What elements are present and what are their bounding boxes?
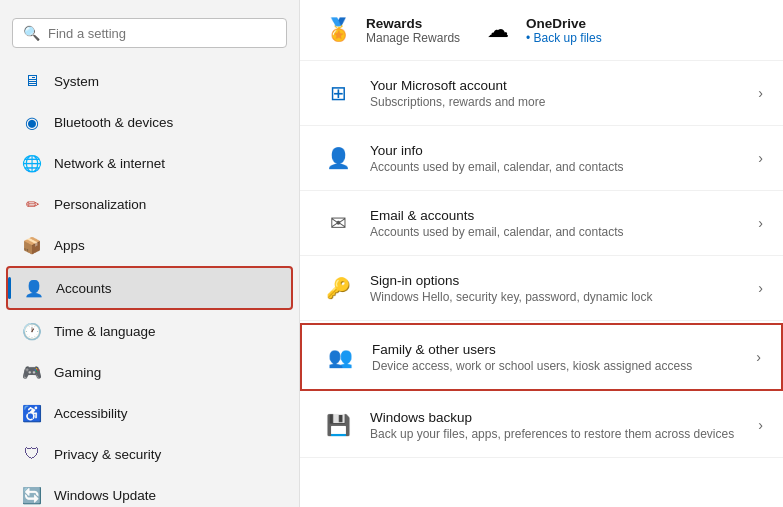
settings-item-windows-backup[interactable]: 💾Windows backupBack up your files, apps,…: [300, 393, 783, 458]
sidebar-item-accounts[interactable]: 👤Accounts: [6, 266, 293, 310]
chevron-right-icon: ›: [758, 150, 763, 166]
nav-list: 🖥System◉Bluetooth & devices🌐Network & in…: [0, 60, 299, 507]
update-nav-icon: 🔄: [22, 485, 42, 505]
your-info-subtitle: Accounts used by email, calendar, and co…: [370, 160, 758, 174]
windows-backup-icon: 💾: [320, 407, 356, 443]
active-indicator: [8, 277, 11, 299]
time-nav-icon: 🕐: [22, 321, 42, 341]
signin-options-title: Sign-in options: [370, 273, 758, 288]
settings-list: ⊞Your Microsoft accountSubscriptions, re…: [300, 61, 783, 458]
signin-options-icon: 🔑: [320, 270, 356, 306]
your-info-title: Your info: [370, 143, 758, 158]
top-cards-area: 🏅 Rewards Manage Rewards ☁ OneDrive • Ba…: [300, 0, 783, 61]
sidebar-item-label: Network & internet: [54, 156, 165, 171]
main-content: 🏅 Rewards Manage Rewards ☁ OneDrive • Ba…: [300, 0, 783, 507]
email-accounts-subtitle: Accounts used by email, calendar, and co…: [370, 225, 758, 239]
settings-item-signin-options[interactable]: 🔑Sign-in optionsWindows Hello, security …: [300, 256, 783, 321]
settings-item-microsoft-account[interactable]: ⊞Your Microsoft accountSubscriptions, re…: [300, 61, 783, 126]
search-box[interactable]: 🔍: [12, 18, 287, 48]
privacy-nav-icon: 🛡: [22, 444, 42, 464]
accounts-nav-icon: 👤: [24, 278, 44, 298]
accessibility-nav-icon: ♿: [22, 403, 42, 423]
sidebar-item-label: Privacy & security: [54, 447, 161, 462]
onedrive-icon: ☁: [480, 12, 516, 48]
sidebar-item-label: Gaming: [54, 365, 101, 380]
windows-backup-subtitle: Back up your files, apps, preferences to…: [370, 427, 758, 441]
sidebar-item-time[interactable]: 🕐Time & language: [6, 311, 293, 351]
your-info-icon: 👤: [320, 140, 356, 176]
onedrive-card[interactable]: ☁ OneDrive • Back up files: [480, 12, 602, 48]
chevron-right-icon: ›: [756, 349, 761, 365]
sidebar-item-update[interactable]: 🔄Windows Update: [6, 475, 293, 507]
family-users-icon: 👥: [322, 339, 358, 375]
family-users-title: Family & other users: [372, 342, 756, 357]
sidebar-item-label: Windows Update: [54, 488, 156, 503]
sidebar-item-label: Accessibility: [54, 406, 128, 421]
chevron-right-icon: ›: [758, 215, 763, 231]
sidebar-item-label: Accounts: [56, 281, 112, 296]
chevron-right-icon: ›: [758, 85, 763, 101]
signin-options-subtitle: Windows Hello, security key, password, d…: [370, 290, 758, 304]
personalization-nav-icon: ✏: [22, 194, 42, 214]
search-input[interactable]: [48, 26, 276, 41]
settings-item-your-info[interactable]: 👤Your infoAccounts used by email, calend…: [300, 126, 783, 191]
sidebar-item-label: Time & language: [54, 324, 156, 339]
email-accounts-title: Email & accounts: [370, 208, 758, 223]
apps-nav-icon: 📦: [22, 235, 42, 255]
sidebar-item-apps[interactable]: 📦Apps: [6, 225, 293, 265]
system-nav-icon: 🖥: [22, 71, 42, 91]
sidebar-item-label: System: [54, 74, 99, 89]
settings-item-family-users[interactable]: 👥Family & other usersDevice access, work…: [300, 323, 783, 391]
rewards-subtitle: Manage Rewards: [366, 31, 460, 45]
onedrive-title: OneDrive: [526, 16, 602, 31]
onedrive-subtitle: • Back up files: [526, 31, 602, 45]
sidebar-item-personalization[interactable]: ✏Personalization: [6, 184, 293, 224]
gaming-nav-icon: 🎮: [22, 362, 42, 382]
sidebar-item-network[interactable]: 🌐Network & internet: [6, 143, 293, 183]
settings-item-email-accounts[interactable]: ✉Email & accountsAccounts used by email,…: [300, 191, 783, 256]
windows-backup-title: Windows backup: [370, 410, 758, 425]
rewards-title: Rewards: [366, 16, 460, 31]
sidebar: 🔍 🖥System◉Bluetooth & devices🌐Network & …: [0, 0, 300, 507]
rewards-icon: 🏅: [320, 12, 356, 48]
sidebar-item-label: Bluetooth & devices: [54, 115, 173, 130]
microsoft-account-subtitle: Subscriptions, rewards and more: [370, 95, 758, 109]
email-accounts-icon: ✉: [320, 205, 356, 241]
sidebar-item-label: Apps: [54, 238, 85, 253]
bluetooth-nav-icon: ◉: [22, 112, 42, 132]
sidebar-item-label: Personalization: [54, 197, 146, 212]
sidebar-item-system[interactable]: 🖥System: [6, 61, 293, 101]
family-users-subtitle: Device access, work or school users, kio…: [372, 359, 756, 373]
chevron-right-icon: ›: [758, 280, 763, 296]
sidebar-item-bluetooth[interactable]: ◉Bluetooth & devices: [6, 102, 293, 142]
microsoft-account-icon: ⊞: [320, 75, 356, 111]
rewards-card[interactable]: 🏅 Rewards Manage Rewards: [320, 12, 460, 48]
network-nav-icon: 🌐: [22, 153, 42, 173]
chevron-right-icon: ›: [758, 417, 763, 433]
sidebar-item-accessibility[interactable]: ♿Accessibility: [6, 393, 293, 433]
sidebar-item-gaming[interactable]: 🎮Gaming: [6, 352, 293, 392]
microsoft-account-title: Your Microsoft account: [370, 78, 758, 93]
sidebar-item-privacy[interactable]: 🛡Privacy & security: [6, 434, 293, 474]
search-icon: 🔍: [23, 25, 40, 41]
